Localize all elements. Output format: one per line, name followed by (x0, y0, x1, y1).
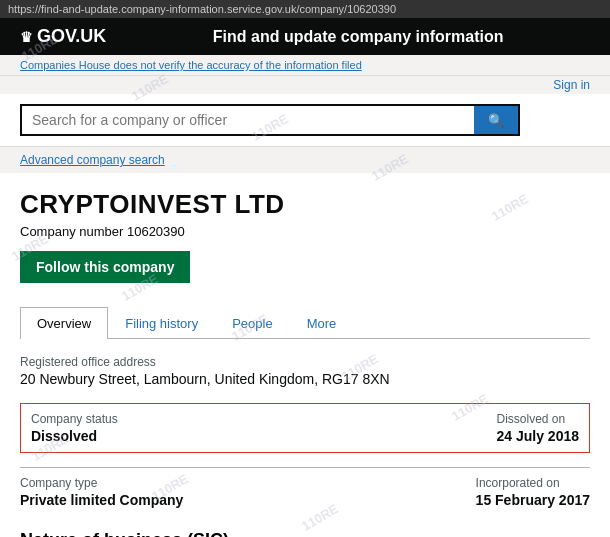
gov-logo: ♛ GOV.UK (20, 26, 106, 47)
company-status-label: Company status (31, 412, 118, 426)
tab-filing-history[interactable]: Filing history (108, 307, 215, 339)
gov-header: ♛ GOV.UK Find and update company informa… (0, 18, 610, 55)
header-title: Find and update company information (126, 28, 590, 46)
company-status-value: Dissolved (31, 428, 118, 444)
sic-section: Nature of business (SIC) 70221 - Financi… (20, 530, 590, 537)
company-number-value: 10620390 (127, 224, 185, 239)
incorporated-date: 15 February 2017 (476, 492, 590, 508)
search-section: 🔍 (0, 94, 610, 147)
notice-link[interactable]: Companies House does not verify the accu… (20, 59, 362, 71)
incorporated-on-label: Incorporated on (476, 476, 590, 490)
url-text: https://find-and-update.company-informat… (8, 3, 396, 15)
search-button[interactable]: 🔍 (474, 106, 518, 134)
registered-office-section: Registered office address 20 Newbury Str… (20, 355, 590, 387)
type-left: Company type Private limited Company (20, 476, 183, 508)
company-type-value: Private limited Company (20, 492, 183, 508)
address-bar: https://find-and-update.company-informat… (0, 0, 610, 18)
company-number-row: Company number 10620390 (20, 224, 590, 239)
tab-more[interactable]: More (290, 307, 354, 339)
company-number-label: Company number (20, 224, 123, 239)
tab-overview[interactable]: Overview (20, 307, 108, 339)
sign-in-link[interactable]: Sign in (553, 78, 590, 92)
company-type-label: Company type (20, 476, 183, 490)
status-right: Dissolved on 24 July 2018 (496, 412, 579, 444)
company-type-row: Company type Private limited Company Inc… (20, 467, 590, 516)
sic-title: Nature of business (SIC) (20, 530, 590, 537)
dissolved-date: 24 July 2018 (496, 428, 579, 444)
search-icon: 🔍 (488, 113, 504, 128)
search-input[interactable] (22, 106, 474, 134)
gov-logo-text: GOV.UK (37, 26, 106, 47)
search-box: 🔍 (20, 104, 520, 136)
tabs-container: Overview Filing history People More (20, 307, 590, 339)
type-right: Incorporated on 15 February 2017 (476, 476, 590, 508)
notice-bar: Companies House does not verify the accu… (0, 55, 610, 76)
status-left: Company status Dissolved (31, 412, 118, 444)
tab-people[interactable]: People (215, 307, 289, 339)
dissolved-on-label: Dissolved on (496, 412, 579, 426)
advanced-search-link[interactable]: Advanced company search (20, 153, 590, 167)
registered-office-label: Registered office address (20, 355, 590, 369)
main-content: CRYPTOINVEST LTD Company number 10620390… (0, 173, 610, 537)
registered-office-value: 20 Newbury Street, Lambourn, United King… (20, 371, 590, 387)
sign-in-bar: Sign in (0, 76, 610, 94)
follow-button[interactable]: Follow this company (20, 251, 190, 283)
crown-icon: ♛ (20, 29, 33, 45)
company-status-row: Company status Dissolved Dissolved on 24… (20, 403, 590, 453)
company-name: CRYPTOINVEST LTD (20, 189, 590, 220)
